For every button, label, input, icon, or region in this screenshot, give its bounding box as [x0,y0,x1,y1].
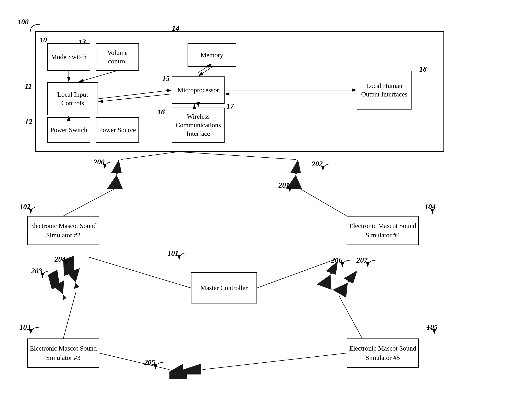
svg-line-24 [300,189,347,216]
arrow-201 [288,184,300,194]
local-output-box: Local Human Output Interfaces [357,71,412,110]
sim4-label: Electronic Mascot Sound Simulator #4 [349,221,416,240]
ref-12: 12 [25,117,32,126]
svg-line-4 [98,90,171,99]
arrow-204 [64,258,76,268]
lightning-207 [333,265,361,298]
sim2-box: Electronic Mascot Sound Simulator #2 [27,216,99,245]
arrow-101 [177,252,189,262]
svg-line-27 [63,292,76,338]
sim3-label: Electronic Mascot Sound Simulator #3 [30,344,97,362]
arrow-202 [321,163,333,173]
memory-label: Memory [200,51,223,59]
arrow-105 [425,326,436,336]
arrow-104 [423,206,434,216]
svg-line-25 [88,257,191,288]
mode-switch-label: Mode Switch [51,53,86,61]
svg-line-5 [98,94,171,102]
svg-line-22 [178,152,296,159]
memory-box: Memory [187,43,236,67]
arrow-203 [40,270,52,280]
power-switch-label: Power Switch [50,126,87,134]
svg-line-3 [78,71,117,82]
ref-11: 11 [25,82,32,90]
svg-marker-20 [170,364,201,379]
power-source-label: Power Source [99,126,136,134]
device-block-100: Mode Switch Volume control Memory Local … [35,31,444,152]
sim2-label: Electronic Mascot Sound Simulator #2 [30,221,97,240]
svg-line-21 [121,152,178,159]
local-input-box: Local Input Controls [47,82,98,115]
svg-line-26 [257,259,337,288]
svg-line-30 [202,353,347,370]
arrow-205 [154,361,165,371]
ref-16: 16 [157,108,165,116]
arrow-206 [341,259,352,269]
svg-line-7 [198,67,212,76]
local-output-label: Local Human Output Interfaces [359,82,410,99]
sim5-box: Electronic Mascot Sound Simulator #5 [347,338,419,368]
ref-10: 10 [39,36,47,44]
power-switch-box: Power Switch [47,117,90,142]
svg-line-28 [339,296,362,338]
ref-18: 18 [419,65,427,73]
power-source-box: Power Source [96,117,139,142]
master-controller-label: Master Controller [200,283,248,292]
microprocessor-label: Microprocessor [178,86,219,94]
ref-13: 13 [78,38,86,46]
microprocessor-box: Microprocessor [172,76,225,104]
sim3-box: Electronic Mascot Sound Simulator #3 [27,338,99,368]
arrow-200 [103,161,115,171]
mode-switch-box: Mode Switch [47,43,90,71]
svg-marker-19 [333,265,361,298]
arrow-207 [366,259,377,269]
arrow-103 [29,326,40,336]
arrow-102 [29,206,40,216]
wireless-box: Wireless Communications Interface [172,108,225,142]
ref-17: 17 [226,102,234,110]
local-input-label: Local Input Controls [49,90,96,107]
ref-14: 14 [172,24,179,32]
sim4-box: Electronic Mascot Sound Simulator #4 [347,216,419,245]
ref-101: 101 [168,249,179,258]
ref-15: 15 [162,74,170,83]
svg-line-23 [63,189,115,216]
lightning-205 [170,364,201,379]
volume-control-label: Volume control [98,48,137,66]
wireless-label: Wireless Communications Interface [174,112,223,138]
master-controller-box: Master Controller [191,272,257,303]
volume-control-box: Volume control [96,43,139,71]
sim5-label: Electronic Mascot Sound Simulator #5 [349,344,416,362]
